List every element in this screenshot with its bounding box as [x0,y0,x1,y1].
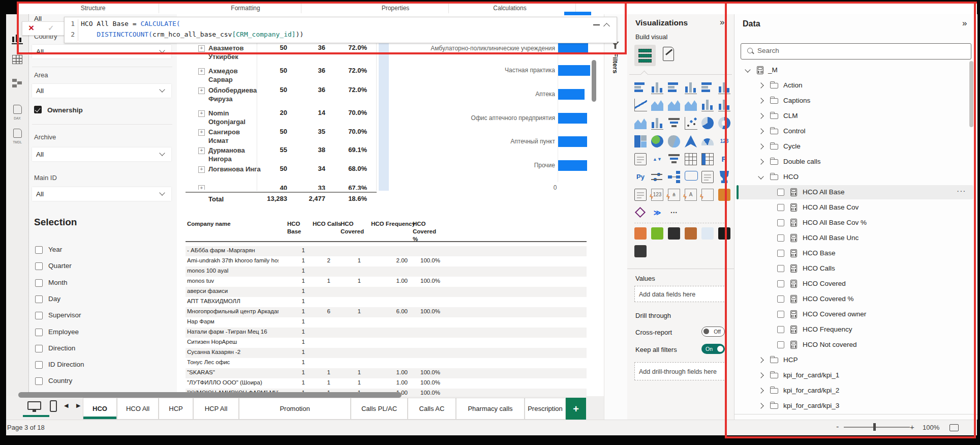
tree-folder-captions[interactable]: Captions [737,94,973,108]
tree-table-_m[interactable]: _M [737,63,973,77]
table-header-2[interactable]: HCO Base [287,220,307,235]
collapse-pane-icon[interactable]: » [720,17,724,27]
tree-measure-hco-not-covered[interactable]: HCO Not covered [737,338,973,352]
prev-page-arrow-icon[interactable]: ◀ [64,402,68,409]
measure-checkbox[interactable] [777,295,784,303]
gauge-icon[interactable] [701,138,714,145]
qa-visual-icon[interactable] [685,171,698,181]
treemap-icon[interactable] [634,135,647,147]
table-row[interactable]: аверси фазиси1 [186,287,587,297]
table-row[interactable]: Ami-undrakh 37th khoroo family hospital1… [186,256,587,266]
expand-icon[interactable] [198,110,205,117]
zoom-out-button[interactable]: - [836,422,839,431]
custom-visual-1-icon[interactable] [634,227,647,240]
chevron-right-icon[interactable] [758,143,763,149]
selection-checkbox-day[interactable] [35,295,43,303]
zoom-slider-thumb[interactable] [873,423,876,431]
arcgis-map-icon[interactable] [718,189,730,201]
paginated-report-icon[interactable] [634,189,647,201]
tab-hco[interactable]: HCO [83,398,117,420]
custom-visual-2-icon[interactable] [651,227,663,240]
slicer-icon[interactable] [668,153,680,165]
line-chart-icon[interactable] [634,99,647,111]
selection-checkbox-year[interactable] [35,246,43,254]
chevron-right-icon[interactable] [758,82,763,88]
table-row[interactable]: Нар Фарм1 [186,317,587,328]
multi-row-card-icon[interactable] [634,153,647,165]
tree-measure-hco-all-base[interactable]: ...HCO All Base [737,185,973,199]
rail-table-view[interactable] [10,55,24,66]
area-chart-icon[interactable] [651,99,663,111]
matrix-row-clipped[interactable]: 403367.3% [186,182,376,190]
chevron-down-icon[interactable] [745,67,750,72]
chevron-right-icon[interactable] [758,372,763,378]
chevron-right-icon[interactable] [758,159,763,164]
bar[interactable] [558,89,585,100]
table-row[interactable]: "ЛУТФИЛЛО ООО" (Шоира)1111.00100.0% [186,378,587,389]
preview-visual-123-icon[interactable]: 123ϟ [651,189,663,201]
chevron-right-icon[interactable] [758,388,763,393]
search-input[interactable]: Search [741,43,971,60]
tree-folder-control[interactable]: Control [737,124,973,138]
filter-dropdown-archive[interactable]: All [32,147,171,161]
tree-measure-hco-covered-[interactable]: HCO Covered % [737,292,973,306]
zoom-slider-track[interactable] [844,427,910,428]
ownership-checkbox[interactable] [34,106,42,113]
table-row[interactable]: Ситизен НорАреш1 [186,338,587,348]
tree-folder-double-calls[interactable]: Double calls [737,155,973,169]
measure-checkbox[interactable] [777,341,784,348]
tree-measure-hco-calls[interactable]: HCO Calls [737,261,973,276]
build-visual-mode-selected[interactable] [634,45,656,66]
selection-checkbox-id-direction[interactable] [35,361,43,369]
scatter-chart-icon[interactable] [685,117,697,130]
chevron-right-icon[interactable] [758,113,763,118]
chart-vertical-scrollbar[interactable] [592,60,596,102]
stacked-bar-chart-icon[interactable] [634,81,647,94]
chevron-right-icon[interactable] [758,98,763,103]
tree-folder-hco[interactable]: HCO [737,170,973,184]
chevron-down-icon[interactable] [758,173,763,179]
expand-icon[interactable] [198,185,205,190]
chevron-right-icon[interactable] [758,128,763,134]
funnel-chart-icon[interactable] [668,117,680,129]
table-row[interactable]: Многопрофильный центр Аркадага1616.00100… [186,307,587,317]
kpi-icon[interactable]: ▲▼ [651,153,663,165]
tab-promotion[interactable]: Promotion [239,398,351,420]
tab-hcp[interactable]: HCP [159,398,193,420]
filters-pane-collapsed[interactable]: Filters [604,14,628,420]
matrix-row[interactable]: Авазметов Уткирбек503672.0% [186,44,376,66]
measure-checkbox[interactable] [777,280,784,287]
tree-measure-hco-all-base-unc[interactable]: HCO All Base Unc [737,231,973,245]
get-more-visuals-icon[interactable]: ··· [668,206,680,219]
preview-visual-text-icon[interactable]: Aϟ [685,189,697,201]
custom-visual-3-icon[interactable] [668,227,680,240]
dax-formula-bar[interactable]: 12HCO All Base = CALCULATE( DISTINCTCOUN… [64,17,617,43]
custom-visual-6-icon[interactable] [718,227,730,240]
desktop-layout-icon[interactable] [27,401,41,410]
tree-measure-hco-frequency[interactable]: HCO Frequency [737,322,973,337]
selection-checkbox-direction[interactable] [35,345,43,352]
new-page-button[interactable]: + [566,398,586,421]
waterfall-chart-icon[interactable] [651,117,663,130]
tree-folder-action[interactable]: Action [737,78,973,93]
python-visual-icon[interactable]: Py [634,171,647,183]
tab-calls-pl-ac[interactable]: Calls PL/AC [351,398,408,420]
filter-dropdown-country[interactable]: All [32,45,171,58]
table-icon[interactable] [685,153,697,165]
stacked-area-chart-icon[interactable] [668,99,680,111]
preview-visual-box-icon[interactable]: ϟ [701,189,714,201]
expand-icon[interactable] [198,87,205,94]
tab-calls-ac[interactable]: Calls AC [408,398,456,420]
rail-model-view[interactable] [10,78,24,90]
formula-collapse-icon[interactable] [593,24,600,25]
format-visual-mode[interactable] [663,47,674,61]
clustered-column-chart-icon[interactable] [685,81,697,94]
hundred-stacked-bar-chart-icon[interactable] [701,81,714,94]
table-header-1[interactable]: Company name [187,220,268,228]
wave-chart-icon[interactable] [634,117,647,129]
custom-visual-4-icon[interactable] [685,227,697,240]
measure-checkbox[interactable] [777,311,784,318]
formula-expand-icon[interactable] [603,23,610,29]
table-row[interactable]: Натали фарм -Тигран Мец 161 [186,328,587,338]
r-script-visual-icon[interactable]: R [718,153,730,165]
